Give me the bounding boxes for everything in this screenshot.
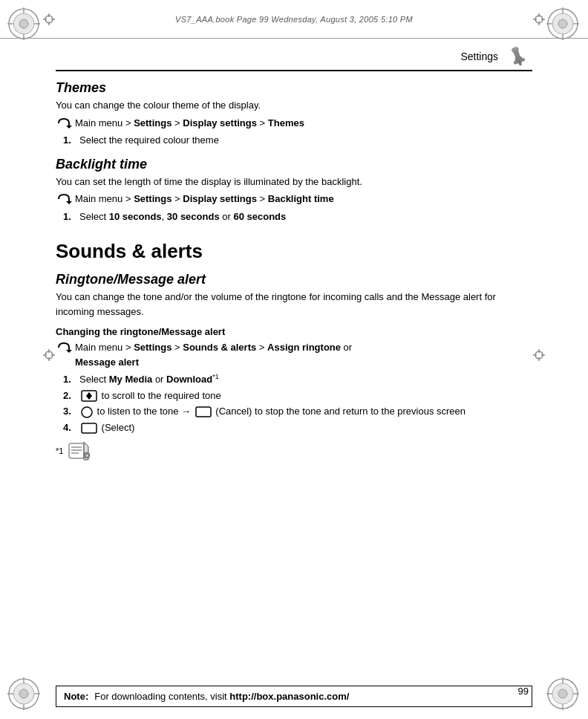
backlight-menu-path: Main menu > Settings > Display settings … (56, 192, 532, 206)
ringtone-menu-path-text: Main menu > Settings > Sounds & alerts >… (75, 340, 352, 369)
svg-rect-64 (196, 407, 211, 417)
corner-decoration-bl (6, 676, 43, 713)
settings-header: Settings (56, 46, 532, 71)
themes-menu-icon (56, 117, 72, 130)
backlight-step-1-text: Select 10 seconds, 30 seconds or 60 seco… (79, 209, 286, 224)
top-bar-text: VS7_AAA.book Page 99 Wednesday, August 3… (175, 15, 413, 24)
svg-rect-69 (71, 452, 79, 454)
themes-step-1: 1. Select the required colour theme (63, 133, 532, 148)
footnote-area: *1 ★ (56, 440, 532, 461)
note-box: Note: For downloading contents, visit ht… (56, 686, 532, 707)
ringtone-description: You can change the tone and/or the volum… (56, 290, 532, 319)
svg-marker-62 (86, 396, 92, 400)
svg-marker-58 (66, 201, 72, 204)
ringtone-step-1-text: Select My Media or Download*1 (79, 372, 219, 387)
themes-menu-path-text: Main menu > Settings > Display settings … (75, 116, 304, 131)
ringtone-step-1: 1. Select My Media or Download*1 (63, 372, 532, 387)
backlight-description: You can set the length of time the displ… (56, 175, 532, 189)
backlight-steps: 1. Select 10 seconds, 30 seconds or 60 s… (63, 209, 532, 224)
backlight-heading: Backlight time (56, 157, 532, 172)
svg-rect-65 (82, 423, 97, 433)
corner-decoration-br (545, 676, 582, 713)
rect-cancel-icon (195, 406, 212, 417)
svg-marker-61 (86, 392, 92, 396)
note-label: Note: (64, 691, 88, 702)
ringtone-step-3-text: to listen to the tone → (Cancel) to stop… (79, 404, 466, 419)
themes-step-1-text: Select the required colour theme (79, 133, 219, 148)
sounds-alerts-heading: Sounds & alerts (56, 240, 532, 263)
ringtone-heading: Ringtone/Message alert (56, 272, 532, 287)
themes-description: You can change the colour theme of the d… (56, 98, 532, 113)
ringtone-step-2: 2. to scroll to the required tone (63, 388, 532, 403)
ringtone-menu-icon (56, 341, 72, 354)
footnote-marker: *1 (56, 446, 63, 455)
backlight-step-1: 1. Select 10 seconds, 30 seconds or 60 s… (63, 209, 532, 224)
ringtone-subheading: Changing the ringtone/Message alert (56, 326, 532, 337)
backlight-menu-icon (56, 192, 72, 206)
svg-marker-59 (66, 350, 72, 353)
ringtone-menu-path: Main menu > Settings > Sounds & alerts >… (56, 340, 532, 369)
top-bar: VS7_AAA.book Page 99 Wednesday, August 3… (0, 0, 588, 39)
ringtone-step-2-text: to scroll to the required tone (79, 388, 221, 403)
svg-marker-57 (66, 126, 72, 128)
note-link: http://box.panasonic.com/ (229, 691, 349, 702)
svg-rect-67 (71, 446, 82, 448)
updown-icon (81, 390, 97, 402)
circle-button-icon (81, 406, 93, 418)
themes-heading: Themes (56, 80, 532, 96)
settings-title: Settings (460, 51, 498, 62)
backlight-menu-path-text: Main menu > Settings > Display settings … (75, 192, 334, 206)
svg-point-23 (19, 689, 28, 698)
svg-rect-68 (71, 449, 82, 451)
footnote-icon: ★ (68, 440, 91, 461)
svg-point-31 (558, 689, 567, 698)
ringtone-step-4: 4. (Select) (63, 420, 532, 435)
note-text: For downloading contents, visit http://b… (94, 691, 349, 702)
rect-select-icon (81, 423, 97, 434)
ringtone-step-4-text: (Select) (79, 420, 134, 435)
ringtone-steps: 1. Select My Media or Download*1 2. to s… (63, 372, 532, 435)
themes-steps: 1. Select the required colour theme (63, 133, 532, 148)
settings-wrench-icon (504, 46, 532, 67)
ringtone-step-3: 3. to listen to the tone → (Cancel) to s… (63, 404, 532, 419)
main-content: Settings Themes You can change the colou… (56, 39, 532, 674)
themes-menu-path: Main menu > Settings > Display settings … (56, 116, 532, 131)
page-number: 99 (518, 686, 529, 697)
svg-point-63 (82, 407, 92, 417)
